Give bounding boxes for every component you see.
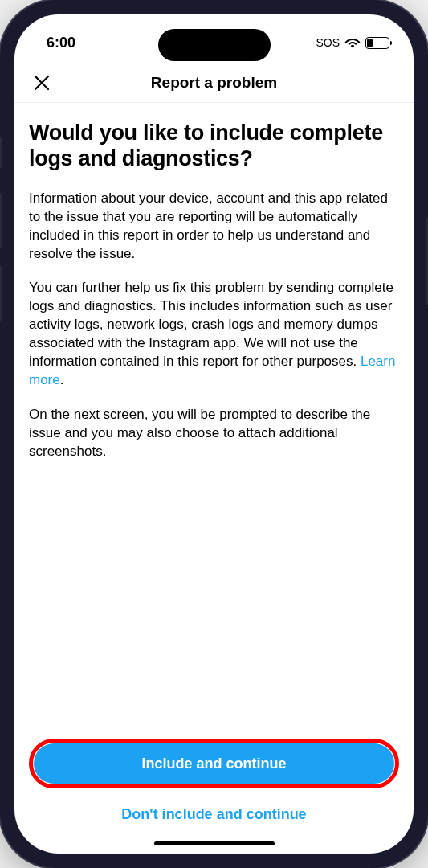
close-icon [33,74,51,92]
status-time: 6:00 [47,35,75,51]
include-and-continue-button[interactable]: Include and continue [34,743,394,784]
volume-down-button [0,265,2,321]
wifi-icon [344,37,361,48]
paragraph-1: Information about your device, account a… [29,190,399,264]
battery-percentage: 27 [373,39,381,47]
heading: Would you like to include complete logs … [29,121,399,172]
battery-icon: 27 [365,37,389,49]
page-title: Report a problem [151,74,277,92]
paragraph-3: On the next screen, you will be prompted… [29,406,399,461]
content-area: Would you like to include complete logs … [14,103,414,731]
dynamic-island [158,29,271,61]
paragraph-2-text: You can further help us fix this problem… [29,280,393,369]
status-right: SOS 27 [316,36,389,49]
primary-button-highlight: Include and continue [29,739,399,788]
paragraph-2: You can further help us fix this problem… [29,279,399,390]
screen: 6:00 SOS 27 Report a probl [14,14,414,854]
footer-actions: Include and continue Don't include and c… [14,731,414,854]
dont-include-button[interactable]: Don't include and continue [29,800,399,829]
nav-header: Report a problem [14,63,414,103]
sos-indicator: SOS [316,36,340,49]
silent-switch [0,137,2,169]
battery-fill [367,39,373,47]
home-indicator[interactable] [154,841,275,845]
close-button[interactable] [29,70,55,96]
paragraph-2-dot: . [60,372,64,387]
phone-frame: 6:00 SOS 27 Report a probl [0,0,428,868]
volume-up-button [0,193,2,249]
